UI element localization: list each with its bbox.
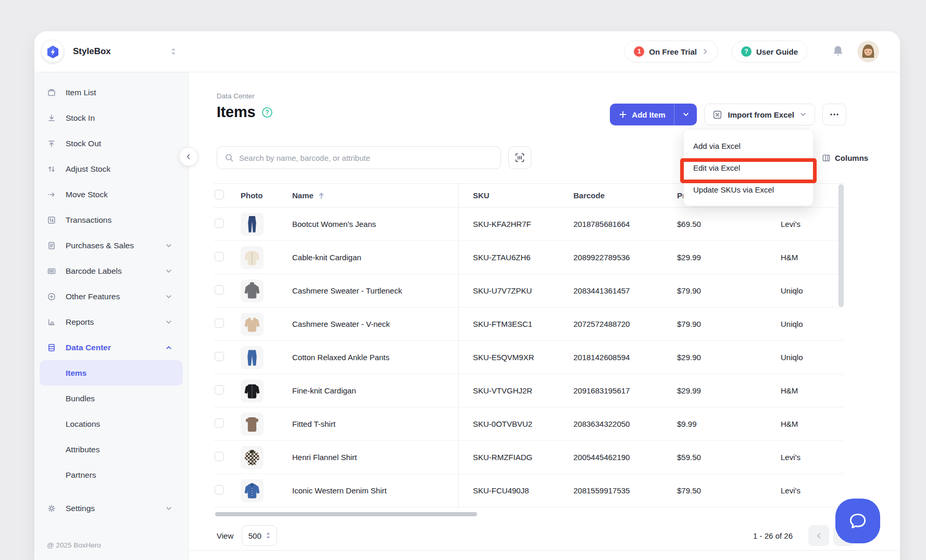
sidebar-subitem-locations[interactable]: Locations [40, 411, 183, 437]
menu-item-edit-via-excel[interactable]: Edit via Excel [684, 157, 813, 179]
sidebar-item-purchases-sales[interactable]: Purchases & Sales [34, 233, 188, 258]
sidebar-item-reports[interactable]: Reports [34, 309, 188, 335]
table-row[interactable]: Cashmere Sweater - V-neckSKU-FTM3ESC1207… [214, 308, 844, 341]
ellipsis-icon [829, 109, 840, 120]
chat-fab-button[interactable] [835, 499, 880, 543]
free-trial-pill[interactable]: 1 On Free Trial [624, 41, 718, 62]
header-barcode[interactable]: Barcode [570, 191, 674, 200]
adjust-stock-icon [47, 164, 56, 174]
workspace-switcher[interactable]: StyleBox [34, 41, 189, 62]
chevron-up-icon [165, 344, 172, 351]
sidebar-item-item-list[interactable]: Item List [34, 80, 188, 105]
row-range-label: 1 - 26 of 26 [753, 531, 793, 540]
item-price: $79.90 [674, 320, 777, 328]
vertical-scrollbar[interactable] [839, 184, 844, 307]
item-price: $69.50 [674, 220, 777, 228]
chevron-down-icon [165, 268, 172, 275]
excel-dropdown-menu: Add via ExcelEdit via ExcelUpdate SKUs v… [683, 129, 814, 206]
table-row[interactable]: Fine-knit CardiganSKU-VTVGHJ2R2091683195… [214, 374, 844, 408]
menu-item-update-skus-via-excel[interactable]: Update SKUs via Excel [684, 179, 813, 200]
sidebar-item-label: Purchases & Sales [66, 241, 165, 250]
svg-text:?: ? [266, 109, 269, 116]
columns-icon [822, 154, 831, 162]
table-row[interactable]: Cable-knit CardiganSKU-ZTAU6ZH6208992278… [214, 241, 844, 274]
avatar[interactable] [857, 41, 879, 62]
row-checkbox[interactable] [215, 352, 224, 361]
select-all-checkbox[interactable] [215, 190, 224, 199]
view-label: View [217, 531, 233, 540]
sidebar-subitem-bundles[interactable]: Bundles [40, 386, 183, 411]
excel-icon [712, 110, 722, 120]
item-photo [241, 479, 264, 502]
sidebar-collapse-button[interactable] [179, 147, 198, 166]
sidebar-item-settings[interactable]: Settings [34, 495, 188, 521]
table-row[interactable]: Henri Flannel ShirtSKU-RMZFIADG200544546… [214, 441, 844, 474]
row-checkbox[interactable] [215, 452, 224, 461]
sidebar-item-barcode-labels[interactable]: Barcode Labels [34, 258, 188, 284]
barcode-icon [47, 266, 56, 276]
sidebar-item-stock-out[interactable]: Stock Out [34, 131, 188, 156]
database-icon [47, 343, 56, 352]
table-row[interactable]: Cotton Relaxed Ankle PantsSKU-E5QVM9XR20… [214, 341, 844, 374]
item-photo-cell [239, 346, 291, 369]
sidebar-subitem-attributes[interactable]: Attributes [40, 437, 183, 462]
table-row[interactable]: Bootcut Women's JeansSKU-KFA2HR7F2018785… [214, 208, 844, 241]
table-row[interactable]: Cashmere Sweater - TurtleneckSKU-U7V7ZPK… [214, 274, 844, 308]
item-photo-cell [239, 313, 291, 336]
item-brand: H&M [777, 253, 844, 262]
chevron-left-icon [185, 153, 192, 160]
sidebar-item-transactions[interactable]: Transactions [34, 207, 188, 233]
more-actions-button[interactable] [822, 104, 846, 125]
item-sku: SKU-FTM3ESC1 [458, 320, 570, 328]
add-item-button[interactable]: Add Item [610, 104, 697, 125]
row-checkbox-cell [214, 385, 239, 396]
row-checkbox[interactable] [215, 418, 224, 428]
sidebar-item-stock-in[interactable]: Stock In [34, 105, 188, 131]
sidebar-item-move-stock[interactable]: Move Stock [34, 182, 188, 207]
help-icon[interactable]: ? [261, 107, 273, 118]
columns-button[interactable]: Columns [822, 146, 868, 169]
header-name[interactable]: Name [291, 191, 458, 200]
sidebar-subitem-items[interactable]: Items [40, 360, 183, 386]
page-size-select[interactable]: 500 [242, 525, 277, 546]
barcode-scan-button[interactable] [508, 146, 531, 169]
row-checkbox[interactable] [215, 252, 224, 261]
sidebar-item-label: Item List [66, 88, 172, 97]
row-checkbox[interactable] [215, 285, 224, 295]
header-sku[interactable]: SKU [458, 191, 570, 200]
import-from-excel-button[interactable]: Import from Excel [704, 104, 815, 125]
sidebar-item-other-features[interactable]: Other Features [34, 284, 188, 309]
table-row[interactable]: Iconic Western Denim ShirtSKU-FCU490J820… [214, 474, 844, 507]
updown-icon [266, 532, 271, 539]
bell-icon[interactable] [831, 45, 845, 58]
menu-item-add-via-excel[interactable]: Add via Excel [684, 135, 813, 157]
row-checkbox[interactable] [215, 219, 224, 228]
sidebar-item-adjust-stock[interactable]: Adjust Stock [34, 156, 188, 182]
add-item-caret-button[interactable] [674, 104, 697, 125]
transactions-icon [47, 215, 56, 225]
row-checkbox[interactable] [215, 485, 224, 494]
reports-icon [47, 317, 56, 327]
workspace-updown-icon[interactable] [170, 47, 177, 56]
item-photo-cell [239, 479, 291, 502]
sidebar-item-data-center[interactable]: Data Center [34, 335, 188, 360]
sidebar-subitem-partners[interactable]: Partners [40, 462, 183, 488]
item-photo-cell [239, 446, 291, 469]
horizontal-scrollbar[interactable] [215, 512, 477, 516]
app-window: StyleBox 1 On Free Trial ? User Guide [34, 31, 900, 560]
item-price: $9.99 [674, 419, 777, 428]
user-guide-pill[interactable]: ? User Guide [732, 41, 807, 62]
item-brand: Levi's [777, 453, 844, 462]
item-sku: SKU-U7V7ZPKU [458, 286, 570, 295]
item-sku: SKU-E5QVM9XR [458, 353, 570, 362]
table-row[interactable]: Fitted T-shirtSKU-0OTVBVU22083634322050$… [214, 408, 844, 441]
chevron-down-icon [165, 293, 172, 300]
row-checkbox[interactable] [215, 319, 224, 328]
item-barcode: 2083441361457 [570, 286, 674, 295]
row-checkbox-cell [214, 252, 239, 263]
row-checkbox[interactable] [215, 385, 224, 394]
header-photo[interactable]: Photo [239, 191, 291, 200]
prev-page-button[interactable] [808, 525, 829, 546]
sidebar: Item ListStock InStock OutAdjust StockMo… [34, 72, 189, 560]
search-input[interactable] [239, 154, 493, 162]
